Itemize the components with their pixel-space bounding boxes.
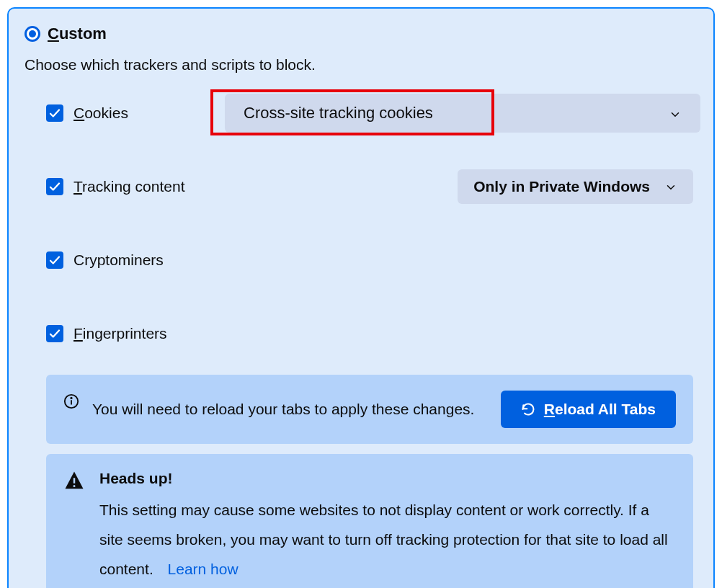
cookies-row: Cookies Cross-site tracking cookies <box>46 94 693 133</box>
custom-radio-row[interactable]: Custom <box>24 24 693 43</box>
tracking-dropdown-value: Only in Private Windows <box>473 178 650 195</box>
checkbox-checked-icon <box>46 325 63 342</box>
fingerprinters-row: Fingerprinters <box>46 314 693 353</box>
cryptominers-label: Cryptominers <box>73 251 164 269</box>
reload-button-label: Reload All Tabs <box>544 401 656 418</box>
warning-title: Heads up! <box>99 470 676 487</box>
custom-radio-label: Custom <box>48 24 107 43</box>
learn-how-link[interactable]: Learn how <box>168 561 239 577</box>
svg-rect-3 <box>73 478 76 484</box>
cryptominers-row: Cryptominers <box>46 241 693 280</box>
warning-box: Heads up! This setting may cause some we… <box>46 454 693 588</box>
cookies-dropdown[interactable]: Cross-site tracking cookies <box>225 94 700 133</box>
tracking-label: Tracking content <box>73 178 184 195</box>
reload-notice-text: You will need to reload your tabs to app… <box>92 396 488 422</box>
warning-content: Heads up! This setting may cause some we… <box>99 470 676 584</box>
cookies-label: Cookies <box>73 104 128 122</box>
svg-point-4 <box>73 485 76 487</box>
fingerprinters-label: Fingerprinters <box>73 325 167 342</box>
svg-point-2 <box>71 398 71 398</box>
cookies-checkbox-wrap[interactable]: Cookies <box>46 104 205 122</box>
reload-all-tabs-button[interactable]: Reload All Tabs <box>501 391 676 428</box>
cookies-dropdown-value: Cross-site tracking cookies <box>244 104 433 122</box>
custom-protection-panel: Custom Choose which trackers and scripts… <box>7 7 715 588</box>
radio-selected-icon <box>24 26 40 42</box>
tracking-dropdown[interactable]: Only in Private Windows <box>458 169 693 204</box>
reload-icon <box>521 402 535 416</box>
chevron-down-icon <box>669 107 682 120</box>
checkbox-checked-icon <box>46 104 63 122</box>
warning-body: This setting may cause some websites to … <box>99 496 676 584</box>
reload-notice: You will need to reload your tabs to app… <box>46 375 693 444</box>
info-icon <box>63 393 79 409</box>
warning-icon <box>63 470 85 491</box>
tracking-checkbox-wrap[interactable]: Tracking content <box>46 178 205 195</box>
fingerprinters-checkbox-wrap[interactable]: Fingerprinters <box>46 325 205 342</box>
cryptominers-checkbox-wrap[interactable]: Cryptominers <box>46 251 205 269</box>
tracking-content-row: Tracking content Only in Private Windows <box>46 167 693 206</box>
checkbox-checked-icon <box>46 178 63 195</box>
chevron-down-icon <box>664 180 677 193</box>
checkbox-checked-icon <box>46 251 63 269</box>
panel-description: Choose which trackers and scripts to blo… <box>24 56 693 74</box>
